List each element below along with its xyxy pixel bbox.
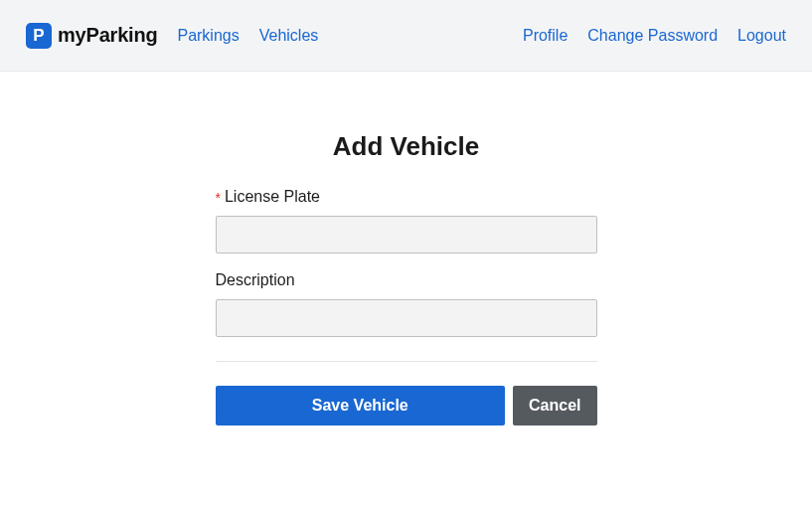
add-vehicle-form: * License Plate Description Save Vehicle…: [216, 188, 597, 426]
description-label: Description: [216, 271, 295, 289]
description-input[interactable]: [216, 299, 597, 337]
brand-name: myParking: [58, 24, 157, 47]
required-mark: *: [216, 191, 221, 205]
page: Add Vehicle * License Plate Description …: [0, 72, 812, 465]
nav-profile[interactable]: Profile: [523, 27, 568, 45]
form-group-license-plate: * License Plate: [216, 188, 597, 254]
nav-right: Profile Change Password Logout: [523, 27, 786, 45]
form-divider: [216, 361, 597, 362]
cancel-button[interactable]: Cancel: [513, 386, 596, 426]
license-plate-input[interactable]: [216, 216, 597, 254]
navbar: P myParking Parkings Vehicles Profile Ch…: [0, 0, 812, 72]
license-plate-label: License Plate: [225, 188, 320, 206]
page-title: Add Vehicle: [333, 131, 479, 162]
nav-logout[interactable]: Logout: [737, 27, 786, 45]
nav-parkings[interactable]: Parkings: [177, 27, 239, 45]
nav-change-password[interactable]: Change Password: [587, 27, 718, 45]
label-row: * License Plate: [216, 188, 597, 206]
brand[interactable]: P myParking: [26, 23, 157, 49]
nav-left: P myParking Parkings Vehicles: [26, 23, 318, 49]
nav-vehicles[interactable]: Vehicles: [259, 27, 319, 45]
brand-logo-icon: P: [26, 23, 52, 49]
brand-logo-letter: P: [33, 27, 44, 44]
save-vehicle-button[interactable]: Save Vehicle: [216, 386, 506, 426]
form-group-description: Description: [216, 271, 597, 337]
label-row: Description: [216, 271, 597, 289]
button-row: Save Vehicle Cancel: [216, 386, 597, 426]
